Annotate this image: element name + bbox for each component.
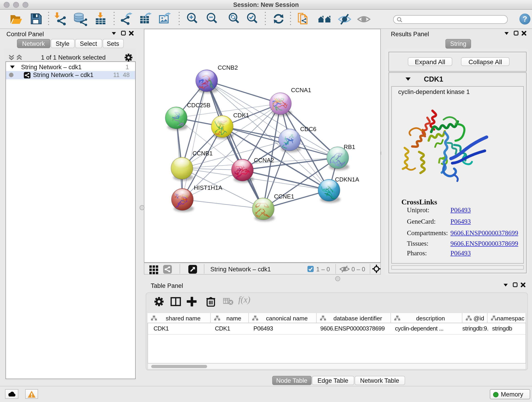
svg-text:RB1: RB1 <box>344 143 355 150</box>
svg-text:?: ? <box>523 15 527 23</box>
svg-text:CCNB2: CCNB2 <box>218 64 238 71</box>
svg-text:CCNA2: CCNA2 <box>254 157 274 164</box>
svg-text:CDC25B: CDC25B <box>187 102 210 109</box>
svg-text:CDC6: CDC6 <box>300 126 317 133</box>
svg-text:CCNE1: CCNE1 <box>274 193 294 200</box>
svg-text:CCNA1: CCNA1 <box>291 87 311 94</box>
svg-text:CDKN1A: CDKN1A <box>335 176 359 183</box>
svg-text:CCNB1: CCNB1 <box>192 150 213 157</box>
svg-text:HIST1H1A: HIST1H1A <box>194 184 222 191</box>
svg-text:CDK1: CDK1 <box>233 112 249 119</box>
